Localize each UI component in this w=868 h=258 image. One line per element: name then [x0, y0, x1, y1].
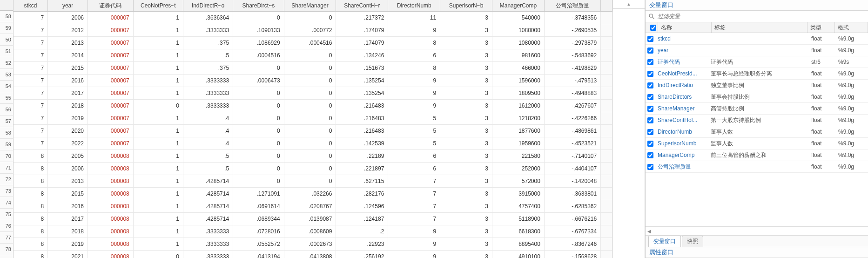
cell[interactable]: 8 [13, 200, 48, 213]
cell[interactable]: 1 [133, 62, 183, 75]
table-row[interactable]: 720180000070.333333300.216483931612000-.… [13, 100, 612, 112]
cell[interactable]: .216483 [336, 125, 388, 137]
cell[interactable]: 0 [233, 100, 284, 112]
cell[interactable]: .1090133 [233, 24, 284, 37]
column-header[interactable]: 公司治理质量 [544, 0, 600, 12]
cell[interactable]: -.4198829 [544, 62, 600, 75]
cell[interactable]: .3333333 [183, 87, 233, 100]
cell[interactable]: .216483 [336, 112, 388, 125]
cell[interactable]: .256192 [336, 251, 388, 258]
cell[interactable]: 2006 [48, 12, 88, 24]
row-number[interactable]: 59 [0, 139, 13, 150]
cell[interactable]: 0 [233, 12, 284, 24]
variable-row[interactable]: 公司治理质量float%9.0g [646, 161, 868, 173]
cell[interactable]: 0 [284, 175, 336, 188]
cell[interactable]: 3 [440, 37, 492, 49]
variable-row[interactable]: ShareManager高管持股比例float%9.0g [646, 103, 868, 115]
table-row[interactable]: 820150000081.4285714.1271091.032266.2821… [13, 188, 612, 200]
cell[interactable]: .4285714 [183, 188, 233, 200]
cell[interactable]: -.6285362 [544, 200, 600, 213]
cell[interactable]: 0 [233, 137, 284, 150]
cell[interactable]: .3636364 [183, 12, 233, 24]
cell[interactable]: 3 [440, 188, 492, 200]
cell[interactable]: 0 [233, 175, 284, 188]
variable-row[interactable]: IndDirectRatio独立董事比例float%9.0g [646, 80, 868, 91]
cell[interactable]: 0 [233, 125, 284, 137]
column-header[interactable]: 证券代码 [88, 0, 134, 12]
cell[interactable]: 4757400 [492, 200, 545, 213]
cell[interactable]: 7 [388, 188, 440, 200]
row-number[interactable]: 56 [0, 104, 13, 115]
cell[interactable]: .0208767 [284, 200, 336, 213]
cell[interactable]: .0139087 [284, 213, 336, 225]
cell[interactable]: 6 [388, 150, 440, 163]
cell[interactable]: 0 [284, 75, 336, 87]
cell[interactable]: 0 [284, 87, 336, 100]
column-header[interactable]: year [48, 0, 88, 12]
cell[interactable]: -.8367246 [544, 238, 600, 251]
column-header[interactable]: IndDirectR~o [183, 0, 233, 12]
cell[interactable]: 000007 [88, 49, 134, 62]
cell[interactable]: 0 [284, 62, 336, 75]
cell[interactable]: -.4404107 [544, 163, 600, 175]
table-row[interactable]: 820050000081.500.2218963221580-.7140107 [13, 150, 612, 163]
cell[interactable]: .124187 [336, 213, 388, 225]
cell[interactable]: 1 [133, 12, 183, 24]
cell[interactable]: -.5483692 [544, 49, 600, 62]
cell[interactable]: 0 [284, 112, 336, 125]
row-number[interactable]: 54 [0, 81, 13, 92]
row-number[interactable]: 77 [0, 232, 13, 244]
cell[interactable]: 2014 [48, 49, 88, 62]
cell[interactable]: 8 [13, 163, 48, 175]
cell[interactable]: .0006473 [233, 75, 284, 87]
cell[interactable]: 3 [440, 62, 492, 75]
row-number[interactable]: 70 [0, 150, 13, 162]
cell[interactable]: -.3748356 [544, 12, 600, 24]
table-row[interactable]: 820190000081.3333333.0552572.0002673.229… [13, 238, 612, 251]
cell[interactable]: 572000 [492, 175, 545, 188]
cell[interactable]: -.4869861 [544, 125, 600, 137]
cell[interactable]: 0 [284, 137, 336, 150]
cell[interactable]: 0 [284, 163, 336, 175]
table-row[interactable]: 720190000071.400.216483531218200-.422626… [13, 112, 612, 125]
cell[interactable]: 1 [133, 150, 183, 163]
cell[interactable]: .151673 [336, 62, 388, 75]
cell[interactable]: 000007 [88, 75, 134, 87]
cell[interactable]: 000008 [88, 188, 134, 200]
cell[interactable]: 7 [13, 75, 48, 87]
column-header[interactable]: ShareContH~r [336, 0, 388, 12]
cell[interactable]: 1959600 [492, 137, 545, 150]
cell[interactable]: 0 [284, 49, 336, 62]
cell[interactable]: .142539 [336, 137, 388, 150]
cell[interactable]: 3 [440, 200, 492, 213]
cell[interactable]: 1 [133, 175, 183, 188]
row-number[interactable]: 78 [0, 244, 13, 255]
table-row[interactable]: 720220000071.400.142539531959600-.452352… [13, 137, 612, 150]
cell[interactable]: 1 [133, 200, 183, 213]
row-number[interactable]: 76 [0, 220, 13, 232]
row-number[interactable]: 58 [0, 11, 13, 22]
cell[interactable]: 7 [13, 24, 48, 37]
cell[interactable]: 7 [13, 112, 48, 125]
row-number[interactable]: 71 [0, 162, 13, 174]
cell[interactable]: 1 [133, 213, 183, 225]
cell[interactable]: .0728016 [233, 225, 284, 238]
variable-row[interactable]: stkcdfloat%9.0g [646, 33, 868, 45]
column-header[interactable]: stkcd [13, 0, 48, 12]
cell[interactable]: -.2973879 [544, 37, 600, 49]
table-row[interactable]: 820210000080.3333333.0413194.0413808.256… [13, 251, 612, 258]
table-row[interactable]: 720150000071.37500.15167383466000-.41988… [13, 62, 612, 75]
table-row[interactable]: 720170000071.333333300.135254931809500-.… [13, 87, 612, 100]
cell[interactable]: 0 [284, 100, 336, 112]
cell[interactable]: 8 [13, 225, 48, 238]
cell[interactable]: 3 [440, 213, 492, 225]
variable-row[interactable]: 证券代码证券代码str6%9s [646, 56, 868, 68]
cell[interactable]: 3 [440, 49, 492, 62]
cell[interactable]: .0004516 [233, 49, 284, 62]
cell[interactable]: .0004516 [284, 37, 336, 49]
row-number[interactable]: 74 [0, 197, 13, 209]
cell[interactable]: .134246 [336, 49, 388, 62]
cell[interactable]: 5118900 [492, 213, 545, 225]
cell[interactable]: 11 [388, 12, 440, 24]
cell[interactable]: .221897 [336, 163, 388, 175]
